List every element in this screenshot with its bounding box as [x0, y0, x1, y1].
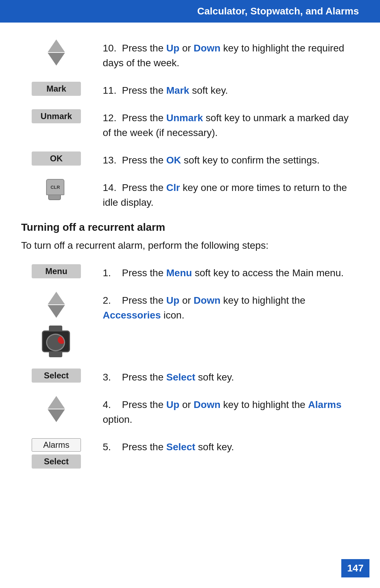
step-b2-text: 2. Press the Up or Down key to highlight…	[103, 292, 359, 323]
icon-col-11: Mark	[21, 82, 91, 96]
page-number: 147	[341, 559, 369, 577]
down-key-icon	[44, 53, 69, 66]
up-key-icon-b2	[44, 292, 69, 304]
instruction-row-14: CLR 14. Press the Clr key one or more ti…	[21, 179, 359, 210]
up-key-icon-b4	[44, 396, 69, 409]
instruction-row-b3: Select 3. Press the Select soft key.	[21, 369, 359, 385]
accessories-label: Accessories	[103, 310, 161, 321]
select-label-b5: Select	[166, 441, 196, 452]
down-key-icon-b4	[44, 409, 69, 422]
ok-label: OK	[166, 155, 181, 166]
instruction-row-b4: 4. Press the Up or Down key to highlight…	[21, 396, 359, 427]
mark-label: Mark	[166, 85, 189, 96]
step-14-text: 14. Press the Clr key one or more times …	[103, 179, 359, 210]
down-label: Down	[194, 43, 220, 54]
alarms-label-b4: Alarms	[308, 399, 342, 410]
icon-col-b5: Alarms Select	[21, 438, 91, 469]
step-13-text: 13. Press the OK soft key to confirm the…	[103, 151, 359, 168]
header-title: Calculator, Stopwatch, and Alarms	[197, 6, 359, 17]
step-b3-text: 3. Press the Select soft key.	[103, 369, 359, 385]
nav-keys-icon-b2	[44, 292, 69, 318]
instruction-row-b5: Alarms Select 5. Press the Select soft k…	[21, 438, 359, 469]
step-b4-text: 4. Press the Up or Down key to highlight…	[103, 396, 359, 427]
icon-col-b4	[21, 396, 91, 422]
icon-col-b3: Select	[21, 369, 91, 383]
nav-keys-icon	[44, 39, 69, 66]
page-content: 10. Press the Up or Down key to highligh…	[0, 23, 380, 501]
header-bar: Calculator, Stopwatch, and Alarms	[0, 0, 380, 23]
alarms-display-label: Alarms	[32, 438, 81, 452]
instruction-row-13: OK 13. Press the OK soft key to confirm …	[21, 151, 359, 168]
step-b1-text: 1. Press the Menu soft key to access the…	[103, 264, 359, 280]
menu-button: Menu	[32, 264, 81, 278]
up-key-icon	[44, 39, 69, 52]
clr-key-icon: CLR	[46, 179, 66, 202]
instruction-row-10: 10. Press the Up or Down key to highligh…	[21, 39, 359, 70]
instruction-row-b2: 2. Press the Up or Down key to highlight…	[21, 292, 359, 357]
unmark-label: Unmark	[166, 112, 203, 123]
section-heading: Turning off a recurrent alarm	[21, 221, 359, 233]
select-label-b3: Select	[166, 372, 196, 383]
nav-keys-icon-b4	[44, 396, 69, 422]
alarms-select-stack: Alarms Select	[32, 438, 81, 469]
up-label: Up	[166, 43, 179, 54]
icon-col-10	[21, 39, 91, 66]
mark-button: Mark	[32, 82, 81, 96]
nav-watch-stack	[40, 292, 72, 357]
instruction-row-b1: Menu 1. Press the Menu soft key to acces…	[21, 264, 359, 280]
step-11-text: 11. Press the Mark soft key.	[103, 82, 359, 98]
section-heading-container: Turning off a recurrent alarm	[21, 221, 359, 233]
step-12-text: 12. Press the Unmark soft key to unmark …	[103, 109, 359, 140]
section-intro: To turn off a recurrent alarm, perform t…	[21, 238, 359, 253]
watch-red-accent	[58, 336, 65, 344]
up-label-b2: Up	[166, 295, 179, 306]
step-10-text: 10. Press the Up or Down key to highligh…	[103, 39, 359, 70]
instruction-row-12: Unmark 12. Press the Unmark soft key to …	[21, 109, 359, 140]
down-key-icon-b2	[44, 305, 69, 318]
ok-button: OK	[32, 151, 81, 166]
step-b5-text: 5. Press the Select soft key.	[103, 438, 359, 454]
icon-col-12: Unmark	[21, 109, 91, 123]
menu-label: Menu	[166, 267, 192, 278]
down-label-b2: Down	[194, 295, 220, 306]
accessories-icon	[40, 326, 72, 357]
down-label-b4: Down	[194, 399, 220, 410]
icon-col-b2	[21, 292, 91, 357]
icon-col-13: OK	[21, 151, 91, 166]
icon-col-14: CLR	[21, 179, 91, 202]
instruction-row-11: Mark 11. Press the Mark soft key.	[21, 82, 359, 98]
select-button-b3: Select	[32, 369, 81, 383]
select-button-b5: Select	[32, 454, 81, 469]
up-label-b4: Up	[166, 399, 179, 410]
unmark-button: Unmark	[32, 109, 81, 123]
icon-col-b1: Menu	[21, 264, 91, 278]
clr-label: Clr	[166, 182, 180, 193]
